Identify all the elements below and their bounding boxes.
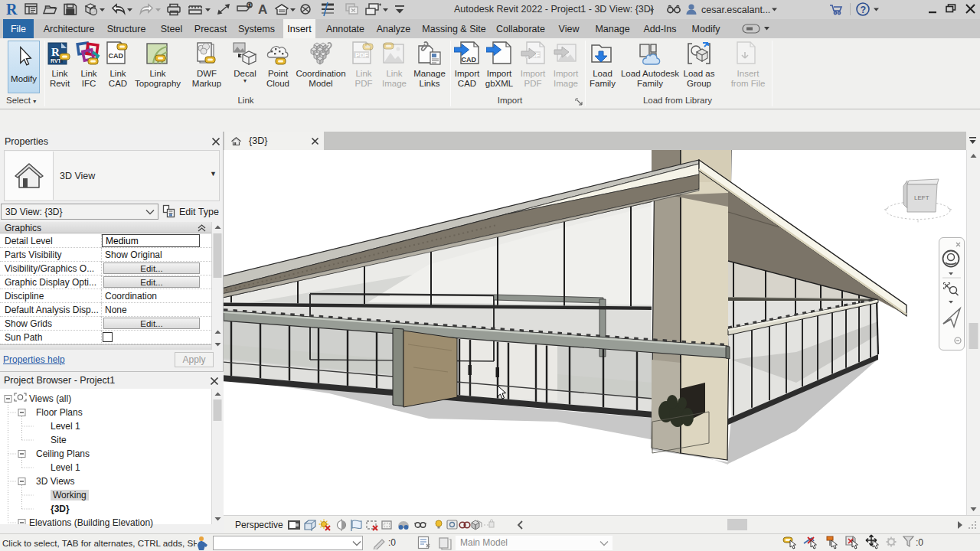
svg-text:?: ?	[861, 5, 867, 15]
svg-text:CAD: CAD	[462, 56, 477, 64]
svg-text:LEFT: LEFT	[914, 194, 929, 201]
svg-text:CAD: CAD	[109, 52, 124, 60]
svg-text:R: R	[51, 46, 60, 58]
svg-text:PDF: PDF	[355, 51, 368, 59]
svg-text:cesar.escalant...: cesar.escalant...	[701, 5, 770, 15]
